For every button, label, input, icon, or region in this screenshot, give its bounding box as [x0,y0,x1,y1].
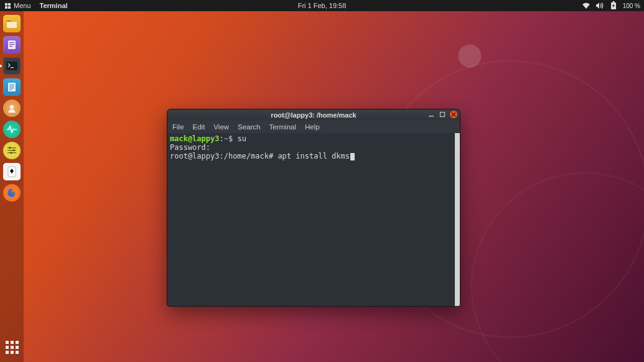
window-maximize-button[interactable] [439,111,446,118]
menu-edit[interactable]: Edit [193,123,205,131]
solitaire-icon [7,166,16,177]
dock-text-editor[interactable] [3,36,21,53]
svg-rect-9 [9,85,14,85]
contacts-icon [7,103,17,113]
firefox-icon [6,187,18,199]
terminal-body[interactable]: mack@lappy3:~$ su Password: root@lappy3:… [167,133,460,306]
svg-point-19 [10,152,12,154]
close-icon [451,112,456,117]
dock-solitaire[interactable] [3,163,21,180]
menu-view[interactable]: View [213,123,229,131]
command-apt: apt install dkms [278,152,350,160]
panel-menu-label: Menu [14,2,31,9]
window-minimize-button[interactable] [427,111,435,118]
svg-rect-5 [9,46,12,47]
svg-point-18 [12,149,15,152]
dock-contacts[interactable] [3,100,21,117]
svg-rect-15 [7,150,16,151]
dock-writer[interactable] [3,78,21,96]
top-panel: Menu Terminal Fri 1 Feb, 19:58 100 % [0,0,644,11]
svg-rect-4 [9,44,14,45]
terminal-title: root@lappy3: /home/mack [271,111,356,119]
libreoffice-writer-icon [7,82,17,92]
prompt-user: mack@lappy3 [170,134,219,143]
tweaks-icon [7,146,17,155]
svg-point-17 [9,147,11,149]
panel-system-tray[interactable]: 100 % [582,1,644,10]
svg-rect-8 [8,83,16,91]
maximize-icon [439,111,446,118]
svg-rect-23 [441,113,445,117]
battery-icon [609,1,618,10]
password-prompt: Password: [170,143,210,152]
svg-rect-1 [612,1,614,2]
apps-grid-icon [5,3,11,9]
battery-percent: 100 % [623,2,640,9]
minimize-icon [428,111,434,118]
terminal-scrollbar[interactable] [455,133,460,306]
prompt-path: ~ [224,134,228,143]
svg-rect-22 [429,116,434,117]
svg-rect-11 [9,88,14,88]
svg-rect-3 [9,42,14,43]
svg-point-13 [10,105,14,109]
show-apps-button[interactable] [3,338,21,356]
panel-menu-button[interactable]: Menu [5,2,31,9]
dock-system-monitor[interactable] [3,121,21,138]
files-icon [6,19,17,28]
menu-terminal[interactable]: Terminal [269,123,296,131]
terminal-cursor [350,153,355,160]
system-monitor-icon [6,126,17,133]
dock [0,11,24,362]
volume-icon [595,1,604,10]
dock-terminal[interactable] [3,57,21,75]
terminal-titlebar[interactable]: root@lappy3: /home/mack [167,109,460,121]
svg-rect-7 [11,67,14,68]
dock-tweaks[interactable] [3,142,21,159]
svg-rect-6 [6,62,17,70]
menu-help[interactable]: Help [305,123,320,131]
command-su: su [237,134,246,143]
menu-search[interactable]: Search [238,123,260,131]
svg-rect-10 [9,86,14,87]
window-close-button[interactable] [450,111,457,118]
wifi-icon [582,1,590,10]
terminal-window[interactable]: root@lappy3: /home/mack File Edit View S… [167,109,460,307]
svg-rect-12 [9,90,12,90]
panel-clock[interactable]: Fri 1 Feb, 19:58 [298,2,347,9]
root-prompt: root@lappy3:/home/mack# [170,152,278,160]
dock-firefox[interactable] [3,184,21,202]
svg-rect-14 [7,147,16,148]
menu-file[interactable]: File [172,123,184,131]
terminal-menubar: File Edit View Search Terminal Help [167,121,460,133]
text-editor-icon [7,40,17,50]
panel-app-label[interactable]: Terminal [40,2,68,9]
dock-files[interactable] [3,15,21,32]
terminal-icon [6,62,17,70]
